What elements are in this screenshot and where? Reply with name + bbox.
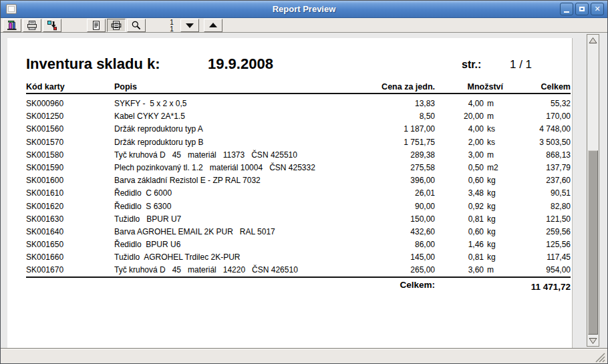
table-row: SK001580 Tyč kruhová D 45 materiál 11373… (7, 149, 572, 162)
cell-qty: 0,81 (415, 252, 484, 262)
cell-total: 121,50 (484, 214, 571, 224)
column-header-price: Cena za jedn. (340, 82, 435, 92)
cell-desc: Barva AGROHEL EMAIL 2K PUR RAL 5017 (114, 227, 275, 236)
cell-code: SK001580 (26, 150, 63, 160)
cell-code: SK001650 (26, 240, 63, 249)
cell-desc: Kabel CYKY 2A*1.5 (114, 112, 185, 121)
cell-code: SK001590 (26, 163, 63, 172)
cell-qty: 3,00 (415, 150, 484, 160)
cell-desc: Tyč kruhová D 45 materiál 11373 ČSN 4255… (114, 150, 297, 160)
cell-code: SK001630 (26, 214, 63, 224)
table-row: SK001650 Ředidlo BPUR U6 86,00 1,46 kg 1… (7, 238, 572, 251)
whole-page-view-button[interactable] (87, 19, 106, 32)
cell-code: SK001670 (26, 265, 63, 275)
table-row: SK001590 Plech pozinkovaný tl. 1.2 mater… (7, 162, 572, 174)
cell-desc: Tyč kruhová D 45 materiál 14220 ČSN 4265… (114, 265, 298, 275)
export-button[interactable] (43, 19, 61, 32)
scroll-down-icon (589, 337, 597, 345)
table-row: SK001640 Barva AGROHEL EMAIL 2K PUR RAL … (7, 226, 572, 238)
statusbar (1, 349, 607, 364)
cell-code: SK001640 (26, 227, 63, 236)
cell-total: 90,51 (484, 188, 571, 198)
page-value: 1 / 1 (510, 58, 532, 71)
scrollbar-track[interactable] (587, 45, 599, 335)
cell-code: SK001620 (26, 202, 63, 211)
arrow-down-icon (185, 22, 194, 29)
column-header-code: Kód karty (26, 82, 65, 92)
cell-code: SK001570 (26, 138, 63, 147)
cell-code: SK001250 (26, 112, 63, 121)
cell-total: 137,79 (484, 163, 571, 172)
report-preview-window: Report Preview ✕ (0, 0, 608, 364)
cell-total: 237,60 (484, 176, 571, 185)
table-row: SK001610 Ředidlo C 6000 26,01 3,48 kg 90… (7, 187, 572, 200)
report-title: Inventura skladu k: (26, 55, 160, 73)
window-controls: ✕ (560, 3, 604, 15)
magnifier-icon (131, 20, 142, 31)
scroll-down-button[interactable] (587, 335, 599, 346)
titlebar[interactable]: Report Preview ✕ (1, 1, 607, 18)
cell-total: 55,32 (484, 99, 571, 108)
maximize-button[interactable] (575, 3, 589, 15)
cell-qty: 3,60 (415, 265, 484, 275)
fit-page-width-icon (111, 20, 122, 31)
header-separator-line (26, 93, 571, 94)
cell-desc: Držák reproduktoru typ B (114, 138, 203, 147)
resize-grip[interactable] (594, 351, 605, 363)
app-window-icon (6, 4, 17, 14)
cell-desc: Ředidlo S 6300 (114, 202, 171, 211)
minimize-icon (564, 11, 569, 13)
cell-desc: Ředidlo C 6000 (114, 188, 172, 198)
cell-total: 259,56 (484, 227, 571, 236)
cell-qty: 0,81 (415, 214, 484, 224)
table-row: SK000960 SYKFY - 5 x 2 x 0,5 13,83 4,00 … (7, 98, 572, 110)
footer-separator-line (26, 277, 571, 278)
minimize-button[interactable] (560, 3, 573, 15)
table-row: SK001600 Barva základní Rezistol E - ZP … (7, 174, 572, 187)
window-title: Report Preview (1, 4, 607, 14)
close-button[interactable]: ✕ (591, 3, 604, 15)
cell-code: SK001610 (26, 188, 63, 198)
cell-qty: 2,00 (415, 138, 484, 147)
scrollbar-thumb[interactable] (588, 150, 598, 335)
cell-qty: 4,00 (415, 99, 484, 108)
cell-qty: 0,60 (415, 227, 484, 236)
report-rows: SK000960 SYKFY - 5 x 2 x 0,5 13,83 4,00 … (7, 98, 572, 277)
scroll-up-button[interactable] (587, 35, 599, 45)
table-row: SK001560 Držák reproduktoru typ A 1 187,… (7, 123, 572, 136)
zoom-button[interactable] (127, 19, 146, 32)
cell-desc: Ředidlo BPUR U6 (114, 240, 180, 249)
close-preview-button[interactable] (3, 19, 21, 32)
cell-total: 4 748,00 (484, 124, 571, 134)
cell-desc: Plech pozinkovaný tl. 1.2 materiál 10004… (114, 163, 315, 172)
column-header-total: Celkem (484, 82, 571, 92)
cell-desc: Barva základní Rezistol E - ZP RAL 7032 (114, 176, 261, 185)
cell-qty: 1,46 (415, 240, 484, 249)
next-page-button[interactable] (180, 19, 199, 32)
cell-desc: Držák reproduktoru typ A (114, 124, 203, 134)
cell-total: 125,56 (484, 240, 571, 249)
table-row: SK001670 Tyč kruhová D 45 materiál 14220… (7, 264, 572, 277)
previous-page-button[interactable] (204, 19, 222, 32)
cell-code: SK001660 (26, 252, 63, 262)
cell-desc: Tužidlo AGROHEL Trdilec 2K-PUR (114, 252, 241, 262)
page-view-icon (91, 20, 102, 31)
vertical-scrollbar[interactable] (587, 34, 599, 347)
close-icon: ✕ (594, 5, 600, 13)
preview-viewport: Inventura skladu k: 19.9.2008 str.: 1 / … (1, 33, 607, 349)
scroll-up-icon (589, 37, 597, 44)
table-row: SK001660 Tužidlo AGROHEL Trdilec 2K-PUR … (7, 251, 572, 264)
exit-door-icon (7, 20, 17, 31)
printer-icon (27, 20, 37, 31)
cell-qty: 4,00 (415, 124, 484, 134)
page-number-display[interactable]: 1 1 (163, 19, 180, 32)
cell-qty: 0,92 (415, 202, 484, 211)
cell-code: SK001560 (26, 124, 63, 134)
report-page: Inventura skladu k: 19.9.2008 str.: 1 / … (7, 38, 573, 348)
export-data-icon (47, 20, 57, 31)
fit-page-width-button[interactable] (107, 19, 126, 32)
column-header-desc: Popis (114, 82, 137, 92)
cell-code: SK000960 (26, 99, 63, 108)
print-button[interactable] (23, 19, 41, 32)
grand-total-value: 11 471,72 (484, 282, 571, 292)
